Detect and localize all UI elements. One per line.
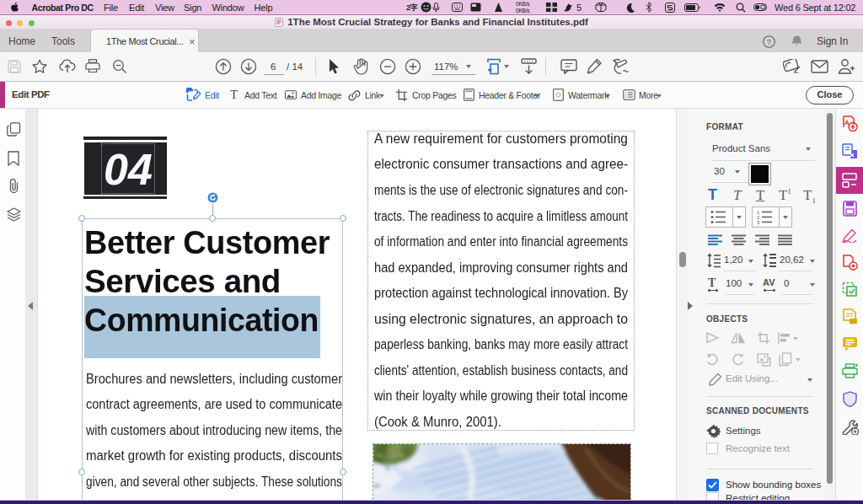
- svg-text:?: ?: [767, 37, 771, 46]
- svg-text:T: T: [708, 276, 716, 289]
- svg-text:3: 3: [757, 220, 760, 224]
- svg-text:AV: AV: [763, 277, 775, 287]
